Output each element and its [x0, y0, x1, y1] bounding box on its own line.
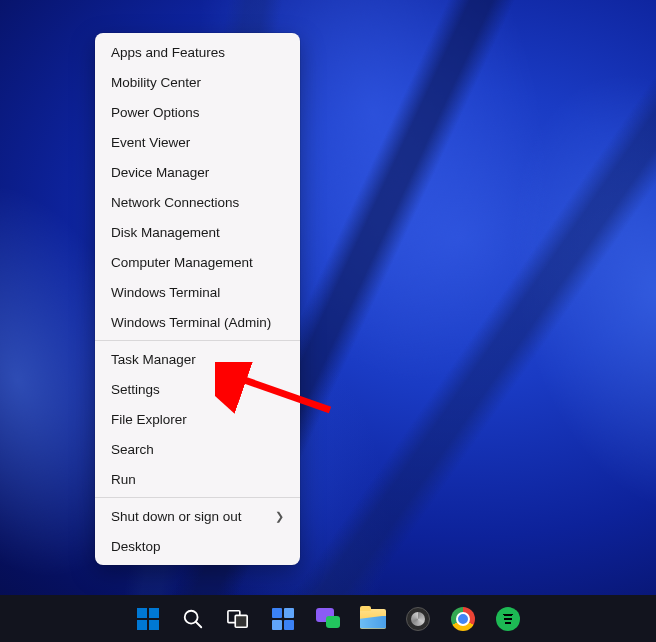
menu-label: Windows Terminal	[111, 285, 220, 300]
menu-label: Computer Management	[111, 255, 253, 270]
task-view-icon	[227, 609, 249, 629]
menu-label: Apps and Features	[111, 45, 225, 60]
menu-label: Settings	[111, 382, 160, 397]
svg-rect-5	[149, 620, 159, 630]
menu-label: Disk Management	[111, 225, 220, 240]
menu-label: Device Manager	[111, 165, 209, 180]
task-view-button[interactable]	[218, 599, 258, 639]
menu-item-network-connections[interactable]: Network Connections	[95, 187, 300, 217]
chat-app[interactable]	[308, 599, 348, 639]
menu-label: Task Manager	[111, 352, 196, 367]
spotify-icon	[496, 607, 520, 631]
winx-context-menu: Apps and Features Mobility Center Power …	[95, 33, 300, 565]
menu-item-run[interactable]: Run	[95, 464, 300, 494]
svg-rect-9	[235, 615, 247, 627]
menu-item-mobility-center[interactable]: Mobility Center	[95, 67, 300, 97]
menu-item-windows-terminal-admin[interactable]: Windows Terminal (Admin)	[95, 307, 300, 337]
search-icon	[182, 608, 204, 630]
spotify-app[interactable]	[488, 599, 528, 639]
menu-label: Desktop	[111, 539, 161, 554]
folder-icon	[360, 609, 386, 629]
menu-item-windows-terminal[interactable]: Windows Terminal	[95, 277, 300, 307]
menu-label: Power Options	[111, 105, 200, 120]
menu-item-event-viewer[interactable]: Event Viewer	[95, 127, 300, 157]
menu-item-shut-down[interactable]: Shut down or sign out ❯	[95, 501, 300, 531]
chrome-icon	[451, 607, 475, 631]
svg-rect-10	[272, 608, 282, 618]
svg-rect-13	[284, 620, 294, 630]
menu-item-power-options[interactable]: Power Options	[95, 97, 300, 127]
svg-rect-2	[137, 608, 147, 618]
svg-line-7	[196, 621, 202, 627]
search-button[interactable]	[173, 599, 213, 639]
menu-item-disk-management[interactable]: Disk Management	[95, 217, 300, 247]
menu-item-apps-features[interactable]: Apps and Features	[95, 37, 300, 67]
svg-rect-3	[149, 608, 159, 618]
svg-rect-12	[272, 620, 282, 630]
menu-label: Search	[111, 442, 154, 457]
start-button[interactable]	[128, 599, 168, 639]
chevron-right-icon: ❯	[275, 510, 284, 523]
menu-item-search[interactable]: Search	[95, 434, 300, 464]
obs-app[interactable]	[398, 599, 438, 639]
chat-icon	[316, 608, 340, 630]
svg-rect-11	[284, 608, 294, 618]
widgets-icon	[271, 607, 295, 631]
menu-item-desktop[interactable]: Desktop	[95, 531, 300, 561]
taskbar	[0, 595, 656, 642]
menu-item-device-manager[interactable]: Device Manager	[95, 157, 300, 187]
menu-label: Windows Terminal (Admin)	[111, 315, 271, 330]
menu-item-file-explorer[interactable]: File Explorer	[95, 404, 300, 434]
svg-rect-4	[137, 620, 147, 630]
menu-item-task-manager[interactable]: Task Manager	[95, 344, 300, 374]
menu-label: Event Viewer	[111, 135, 190, 150]
widgets-button[interactable]	[263, 599, 303, 639]
menu-label: Run	[111, 472, 136, 487]
menu-item-computer-management[interactable]: Computer Management	[95, 247, 300, 277]
menu-separator	[95, 340, 300, 341]
menu-label: Network Connections	[111, 195, 239, 210]
windows-logo-icon	[136, 607, 160, 631]
chrome-app[interactable]	[443, 599, 483, 639]
menu-label: Mobility Center	[111, 75, 201, 90]
menu-label: File Explorer	[111, 412, 187, 427]
file-explorer-app[interactable]	[353, 599, 393, 639]
obs-icon	[406, 607, 430, 631]
menu-separator	[95, 497, 300, 498]
menu-item-settings[interactable]: Settings	[95, 374, 300, 404]
menu-label: Shut down or sign out	[111, 509, 242, 524]
